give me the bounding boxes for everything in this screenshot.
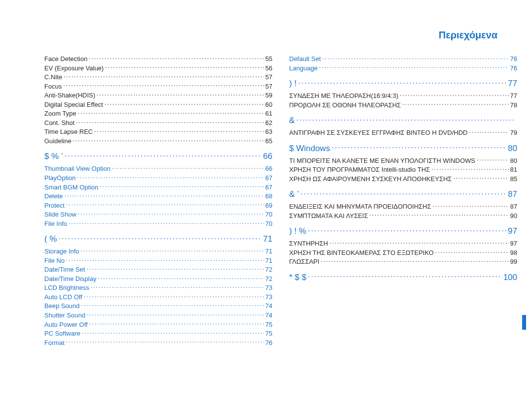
dot-leader (112, 164, 264, 171)
page: Περιεχόμενα Face Detection55EV (Exposure… (0, 0, 532, 406)
dot-leader (87, 311, 264, 317)
dot-leader (453, 175, 508, 181)
dot-leader (105, 64, 264, 70)
toc-entry: ΣΥΝΤΗΡΗΣΗ97 (289, 239, 517, 248)
toc-entry: Thumbnail View Option66 (44, 164, 272, 173)
toc-entry: ΣΥΜΠΤΩΜΑΤΑ ΚΑΙ ΛΥΣΕΙΣ90 (289, 212, 517, 220)
toc-entry-label: Language (289, 64, 318, 73)
dot-leader (64, 73, 264, 79)
toc-entry-page: 70 (266, 210, 272, 219)
toc-entry-page: 81 (510, 165, 517, 174)
toc-entry-label: Delete (44, 192, 63, 201)
toc-entry: Delete68 (44, 192, 272, 201)
toc-heading-page: 87 (508, 189, 517, 200)
toc-entry-label: Smart BGM Option (44, 183, 99, 192)
dot-leader (95, 127, 264, 134)
toc-entry: Storage Info71 (44, 247, 272, 256)
toc-entry: Shutter Sound74 (44, 311, 272, 320)
dot-leader (78, 109, 264, 116)
dot-leader (469, 128, 508, 135)
toc-heading-label: & ’ (289, 189, 299, 200)
toc-entry-label: ΧΡΗΣΗ ΩΣ ΑΦΑΙΡΟΥΜΕΝΗ ΣΥΣΚΕΥΗ ΑΠΟΘΗΚΕΥΣΗΣ (289, 175, 452, 184)
dot-leader (332, 145, 506, 151)
dot-leader (369, 212, 509, 218)
toc-entry-label: Beep Sound (44, 302, 80, 311)
toc-entry-label: Focus (44, 82, 62, 91)
toc-entry: Cont. Shot62 (44, 119, 272, 127)
toc-heading: ) !77 (289, 78, 517, 90)
toc-entry: Format76 (44, 339, 272, 347)
toc-heading-page: 77 (508, 78, 517, 90)
toc-heading: * $ $100 (289, 272, 517, 283)
toc-entry-page: 68 (266, 192, 272, 201)
dot-leader (91, 283, 264, 290)
dot-leader (296, 117, 516, 123)
dot-leader (435, 249, 508, 255)
toc-heading-page: 71 (263, 234, 272, 245)
toc-entry-label: ΣΥΝΔΕΣΗ ΜΕ ΤΗΛΕΟΡΑΣΗ(16:9/4:3) (289, 92, 399, 100)
toc-entry-label: ΠΡΟβΟΛΗ ΣΕ ΟΘΟΝΗ ΤΗΛΕΟΡΑΣΗΣ (289, 101, 401, 110)
toc-entry: PC Software75 (44, 329, 272, 338)
toc-entry: ΠΡΟβΟΛΗ ΣΕ ΟΘΟΝΗ ΤΗΛΕΟΡΑΣΗΣ78 (289, 101, 517, 110)
toc-heading-label: ( % (44, 234, 57, 245)
toc-entry-page: 73 (266, 283, 272, 292)
toc-entry-label: Auto Power Off (44, 320, 88, 329)
dot-leader (81, 302, 264, 308)
dot-leader (84, 293, 264, 299)
toc-entry-label: Default Set (289, 55, 321, 63)
toc-entry: Auto Power Off75 (44, 320, 272, 329)
toc-entry-page: 71 (266, 256, 272, 265)
dot-leader (330, 239, 509, 246)
toc-entry-page: 60 (266, 100, 272, 109)
toc-entry-page: 78 (510, 101, 517, 110)
toc-entry-label: PC Software (44, 329, 80, 338)
toc-entry: EV (Exposure Value)56 (44, 64, 272, 73)
dot-leader (63, 82, 264, 89)
toc-columns: Face Detection55EV (Exposure Value)56C.N… (44, 55, 517, 347)
dot-leader (89, 320, 264, 327)
toc-entry: Language76 (289, 64, 517, 73)
toc-entry-page: 90 (510, 212, 517, 220)
dot-leader (98, 275, 264, 281)
toc-entry: Anti-Shake(HDIS)59 (44, 91, 272, 100)
toc-entry-label: File Info (44, 219, 67, 228)
toc-entry: Face Detection55 (44, 55, 272, 63)
toc-entry-page: 72 (266, 265, 272, 274)
toc-heading-label: & (289, 115, 295, 126)
toc-entry-page: 71 (266, 247, 272, 256)
toc-heading: & (289, 115, 517, 126)
dot-leader (432, 202, 508, 209)
toc-entry-page: 98 (510, 249, 517, 257)
toc-entry-label: ΕΝΔΕΙΞΕΙΣ ΚΑΙ ΜΗΝΥΜΑΤΑ ΠΡΟΕΙΔΟΠΟΙΗΣΗΣ (289, 202, 431, 211)
toc-entry: Focus57 (44, 82, 272, 91)
toc-entry-page: 56 (266, 64, 272, 73)
toc-entry: Beep Sound74 (44, 302, 272, 311)
toc-entry-label: Anti-Shake(HDIS) (44, 91, 95, 100)
dot-leader (76, 119, 264, 125)
dot-leader (77, 174, 264, 180)
toc-entry-page: 99 (510, 257, 517, 266)
toc-entry: Protect69 (44, 201, 272, 210)
dot-leader (100, 183, 264, 189)
toc-entry-label: Date/Time Set (44, 265, 85, 274)
toc-entry-page: 63 (266, 127, 272, 136)
toc-entry-label: Storage Info (44, 247, 79, 256)
dot-leader (308, 227, 506, 234)
toc-entry-label: ΧΡΗΣΗ ΤΟΥ ΠΡΟΓΡΑΜΜΑΤΟΣ Intelli-studio ΤΗ… (289, 165, 430, 174)
toc-entry-label: Date/Time Display (44, 275, 97, 283)
toc-entry-page: 79 (510, 128, 517, 137)
toc-entry: Default Set76 (289, 55, 517, 63)
dot-leader (66, 201, 264, 208)
dot-leader (82, 329, 264, 336)
toc-heading-label: $ % ’ (44, 151, 63, 162)
dot-leader (319, 64, 509, 70)
toc-entry-page: 97 (510, 239, 517, 248)
toc-entry-page: 67 (266, 183, 272, 192)
dot-leader (68, 219, 264, 226)
dot-leader (89, 55, 264, 61)
toc-entry-page: 85 (510, 175, 517, 184)
toc-entry: ΧΡΗΣΗ ΩΣ ΑΦΑΙΡΟΥΜΕΝΗ ΣΥΣΚΕΥΗ ΑΠΟΘΗΚΕΥΣΗΣ… (289, 175, 517, 184)
dot-leader (66, 339, 264, 345)
toc-heading-page: 66 (263, 151, 272, 162)
toc-entry-label: ΧΡΗΣΗ ΤΗΣ ΒΙΝΤΕΟΚΑΜΕΡΑΣ ΣΤΟ ΕΞΩΤΕΡΙΚΟ (289, 249, 433, 257)
